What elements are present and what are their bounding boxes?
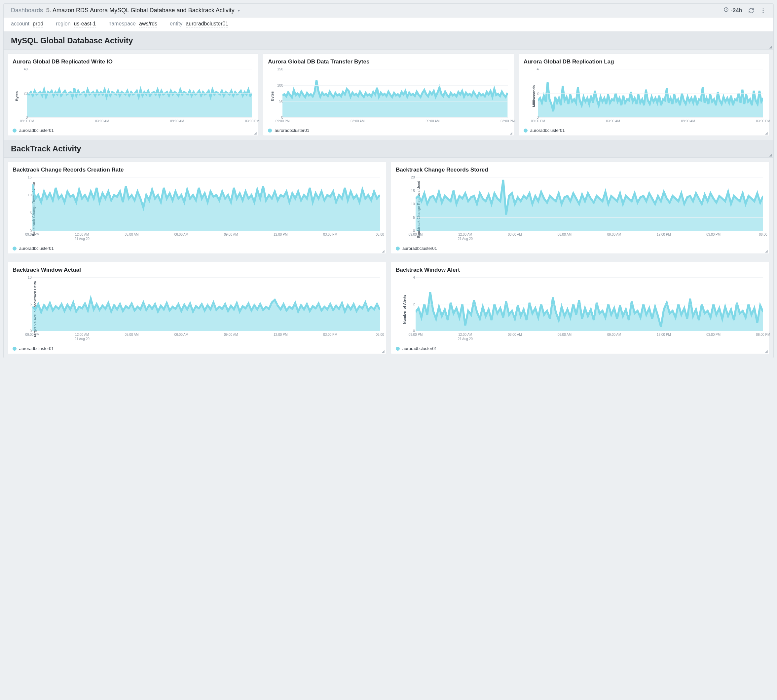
grid-line — [32, 195, 380, 195]
chart-area: Target Vs Actual Backtrack Delta051009:0… — [13, 275, 381, 344]
y-tick: 2 — [403, 302, 415, 306]
legend-label: auroradbcluster01 — [403, 246, 437, 251]
filter-label: namespace — [108, 21, 136, 27]
y-tick: 40 — [15, 67, 28, 71]
chart-card-bt-window-actual[interactable]: Backtrack Window ActualTarget Vs Actual … — [8, 262, 386, 354]
chart-card-replication-lag[interactable]: Aurora Global DB Replication LagMillisec… — [519, 53, 769, 136]
chevron-down-icon[interactable]: ▾ — [238, 8, 240, 13]
y-axis: 024 — [526, 69, 539, 117]
chart-plot[interactable] — [27, 69, 252, 117]
chart-plot[interactable] — [32, 177, 380, 231]
x-tick: 03:00 AM — [125, 333, 138, 337]
resize-handle-icon[interactable]: ◢ — [382, 349, 384, 353]
more-menu-button[interactable] — [760, 8, 766, 13]
resize-handle-icon[interactable]: ◢ — [510, 131, 512, 135]
x-tick: 03:00 PM — [706, 233, 720, 237]
chart-plot[interactable] — [283, 69, 507, 117]
chart-legend[interactable]: auroradbcluster01 — [13, 346, 381, 351]
x-tick: 03:00 PM — [501, 119, 515, 123]
chart-card-bt-rate[interactable]: Backtrack Change Records Creation RateBa… — [8, 162, 386, 254]
legend-swatch-icon — [524, 128, 527, 133]
chart-legend[interactable]: auroradbcluster01 — [13, 246, 381, 251]
resize-handle-icon[interactable]: ◢ — [765, 349, 768, 353]
x-tick: 03:00 PM — [756, 119, 770, 123]
filter-value[interactable]: aws/rds — [139, 21, 157, 27]
filter-account[interactable]: account prod — [11, 21, 43, 27]
chart-legend[interactable]: auroradbcluster01 — [396, 246, 764, 251]
x-tick: 12:00 AM21 Aug 20 — [75, 333, 90, 341]
chart-title: Backtrack Change Records Creation Rate — [13, 167, 381, 173]
grid-line — [32, 213, 380, 213]
y-tick: 4 — [526, 67, 539, 71]
y-tick: 2 — [526, 91, 539, 95]
chart-area: Number of Alerts02409:00 PM12:00 AM21 Au… — [396, 275, 764, 344]
grid-line — [32, 231, 380, 231]
grid-line — [416, 191, 763, 191]
chart-legend[interactable]: auroradbcluster01 — [396, 346, 764, 351]
filter-region[interactable]: region us-east-1 — [56, 21, 96, 27]
grid-line — [283, 101, 507, 102]
svg-point-2 — [763, 10, 764, 11]
section-title: BackTrack Activity — [11, 144, 81, 153]
x-tick: 09:00 AM — [224, 233, 238, 237]
filter-value[interactable]: auroradbcluster01 — [186, 21, 228, 27]
resize-handle-icon[interactable]: ◢ — [382, 249, 384, 253]
breadcrumb-root[interactable]: Dashboards — [11, 7, 43, 14]
chart-plot[interactable] — [538, 69, 763, 117]
time-range-picker[interactable]: -24h — [724, 7, 742, 14]
resize-handle-icon[interactable]: ◢ — [765, 249, 768, 253]
x-tick: 09:00 PM — [409, 233, 423, 237]
y-tick: 5 — [19, 211, 32, 215]
resize-handle-icon[interactable]: ◢ — [254, 131, 257, 135]
chart-plot[interactable] — [416, 177, 763, 231]
chart-title: Aurora Global DB Replication Lag — [524, 58, 764, 65]
chart-card-bt-window-alert[interactable]: Backtrack Window AlertNumber of Alerts02… — [391, 262, 769, 354]
x-tick: 06:00 — [376, 333, 384, 337]
y-axis: 0510 — [19, 277, 32, 331]
chart-area: Backtrack Change Records Used0510152009:… — [396, 175, 764, 244]
x-tick: 09:00 PM — [20, 119, 34, 123]
chart-card-bt-stored[interactable]: Backtrack Change Records StoredBacktrack… — [391, 162, 769, 254]
chart-area: Bytes05010015009:00 PM03:00 AM09:00 AM03… — [268, 67, 509, 126]
chart-legend[interactable]: auroradbcluster01 — [13, 128, 253, 133]
charts-row-2: Backtrack Change Records Creation RateBa… — [3, 158, 774, 258]
chart-legend[interactable]: auroradbcluster01 — [524, 128, 764, 133]
filter-value[interactable]: prod — [33, 21, 43, 27]
filter-namespace[interactable]: namespace aws/rds — [108, 21, 157, 27]
x-tick: 09:00 AM — [224, 333, 238, 337]
x-tick: 03:00 AM — [606, 119, 620, 123]
y-tick: 0 — [526, 115, 539, 119]
chart-area: Backtrack Change Record Rate05101509:00 … — [13, 175, 381, 244]
grid-line — [416, 277, 763, 278]
filter-label: entity — [170, 21, 182, 27]
x-tick: 03:00 PM — [323, 233, 337, 237]
y-tick: 10 — [403, 202, 415, 206]
resize-handle-icon[interactable]: ◢ — [765, 131, 768, 135]
refresh-button[interactable] — [748, 8, 754, 13]
y-tick: 20 — [403, 175, 415, 179]
grid-line — [27, 117, 252, 118]
filter-entity[interactable]: entity auroradbcluster01 — [170, 21, 228, 27]
chart-series — [283, 69, 507, 117]
y-tick: 15 — [19, 175, 32, 179]
topbar-actions: -24h — [724, 7, 766, 14]
chart-plot[interactable] — [32, 277, 380, 331]
breadcrumb-title[interactable]: 5. Amazon RDS Aurora MySQL Global Databa… — [46, 7, 235, 14]
filter-value[interactable]: us-east-1 — [74, 21, 96, 27]
chart-card-write-io[interactable]: Aurora Global DB Replicated Write IOByte… — [8, 53, 258, 136]
chart-area: Milliseconds02409:00 PM03:00 AM09:00 AM0… — [524, 67, 764, 126]
x-axis: 09:00 PM03:00 AM09:00 AM03:00 PM — [283, 118, 507, 126]
x-tick: 03:00 AM — [125, 233, 138, 237]
svg-point-3 — [763, 12, 764, 13]
x-axis: 09:00 PM12:00 AM21 Aug 2003:00 AM06:00 A… — [416, 332, 763, 344]
breadcrumb[interactable]: Dashboards 5. Amazon RDS Aurora MySQL Gl… — [11, 7, 240, 14]
chart-plot[interactable] — [416, 277, 763, 331]
resize-handle-icon[interactable]: ◢ — [769, 45, 772, 48]
grid-line — [416, 331, 763, 331]
resize-handle-icon[interactable]: ◢ — [769, 153, 772, 157]
chart-legend[interactable]: auroradbcluster01 — [268, 128, 509, 133]
section-header-global-db: MySQL Global Database Activity ◢ — [3, 32, 774, 50]
chart-card-data-transfer[interactable]: Aurora Global DB Data Transfer BytesByte… — [263, 53, 514, 136]
charts-row-3: Backtrack Window ActualTarget Vs Actual … — [3, 258, 774, 358]
legend-swatch-icon — [13, 128, 17, 133]
